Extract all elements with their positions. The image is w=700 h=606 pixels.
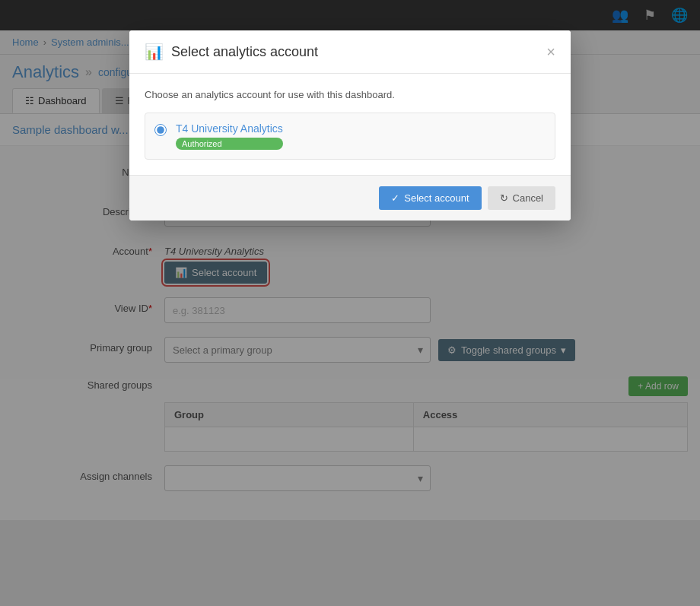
modal-select-account-button[interactable]: ✓ Select account [379,186,481,210]
modal-overlay: 📊 Select analytics account × Choose an a… [0,0,700,520]
account-info: T4 University Analytics Authorized [176,122,283,150]
modal: 📊 Select analytics account × Choose an a… [129,30,571,221]
modal-header: 📊 Select analytics account × [129,30,571,74]
modal-body: Choose an analytics account for use with… [129,74,571,175]
modal-cancel-button[interactable]: ↻ Cancel [488,186,555,210]
modal-subtitle: Choose an analytics account for use with… [145,89,555,100]
modal-title: 📊 Select analytics account [145,43,318,61]
checkmark-icon: ✓ [391,192,399,204]
account-radio[interactable] [154,124,167,136]
refresh-icon: ↻ [500,192,508,204]
modal-account-row[interactable]: T4 University Analytics Authorized [145,113,555,160]
modal-close-button[interactable]: × [546,44,555,59]
authorized-badge: Authorized [176,138,283,150]
account-name: T4 University Analytics [176,122,283,135]
analytics-icon: 📊 [145,43,164,61]
modal-footer: ✓ Select account ↻ Cancel [129,175,571,221]
